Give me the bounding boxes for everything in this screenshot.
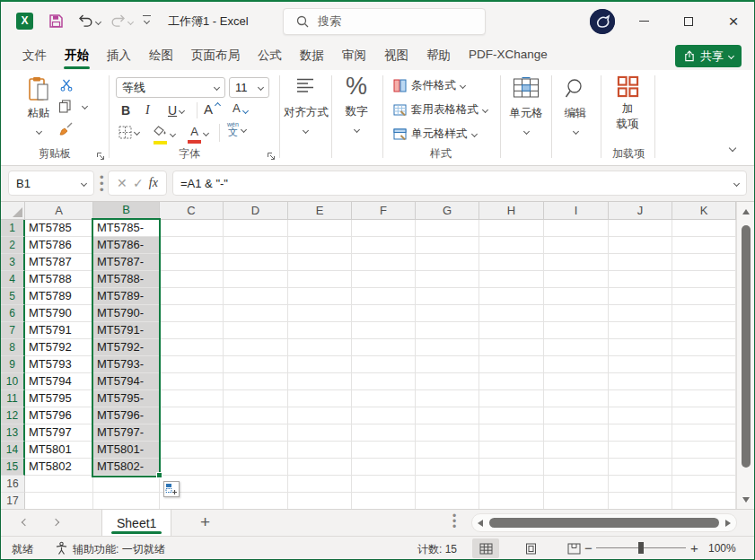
cell-B17[interactable]	[93, 493, 160, 510]
row-header-9[interactable]: 9	[1, 356, 25, 373]
enter-formula-icon[interactable]: ✓	[133, 176, 144, 190]
normal-view-button[interactable]	[472, 538, 499, 558]
cell-E13[interactable]	[288, 424, 352, 442]
cell-J16[interactable]	[609, 476, 672, 493]
cell-A17[interactable]	[25, 493, 93, 510]
cell-F11[interactable]	[352, 390, 416, 407]
cell-D9[interactable]	[224, 356, 288, 373]
cell-B5[interactable]: MT5789-	[93, 288, 160, 305]
tab-数据[interactable]: 数据	[291, 42, 333, 69]
row-header-11[interactable]: 11	[1, 390, 25, 407]
cell-K7[interactable]	[672, 322, 736, 339]
cell-J1[interactable]	[609, 220, 672, 237]
cell-I10[interactable]	[544, 373, 609, 390]
cell-B15[interactable]: MT5802-	[93, 459, 160, 476]
cell-C3[interactable]	[160, 254, 224, 271]
cell-D5[interactable]	[224, 288, 288, 305]
cell-J13[interactable]	[609, 424, 672, 442]
cell-G12[interactable]	[416, 407, 479, 424]
cell-K13[interactable]	[672, 424, 736, 442]
cell-K9[interactable]	[672, 356, 736, 373]
cell-G8[interactable]	[416, 339, 479, 356]
paste-button[interactable]: 粘贴	[21, 76, 57, 137]
cell-H14[interactable]	[479, 442, 544, 459]
cell-A6[interactable]: MT5790	[25, 305, 93, 322]
next-sheet-icon[interactable]	[52, 519, 59, 526]
cell-C5[interactable]	[160, 288, 224, 305]
cell-E3[interactable]	[288, 254, 352, 271]
cell-G16[interactable]	[416, 476, 479, 493]
cell-G10[interactable]	[416, 373, 479, 390]
font-size-select[interactable]: 11	[229, 77, 269, 98]
cell-J9[interactable]	[609, 356, 672, 373]
cell-B1[interactable]: MT5785-	[93, 220, 160, 237]
row-header-2[interactable]: 2	[1, 237, 25, 254]
undo-icon[interactable]	[78, 13, 93, 28]
tab-PDF-XChange[interactable]: PDF-XChange	[460, 42, 557, 69]
row-header-13[interactable]: 13	[1, 424, 25, 442]
cell-D3[interactable]	[224, 254, 288, 271]
cell-E9[interactable]	[288, 356, 352, 373]
row-header-17[interactable]: 17	[1, 493, 25, 510]
cell-G17[interactable]	[416, 493, 479, 510]
row-header-4[interactable]: 4	[1, 271, 25, 288]
cell-E11[interactable]	[288, 390, 352, 407]
cell-H16[interactable]	[479, 476, 544, 493]
cell-H1[interactable]	[479, 220, 544, 237]
cell-A12[interactable]: MT5796	[25, 407, 93, 424]
row-header-15[interactable]: 15	[1, 459, 25, 476]
cell-J5[interactable]	[609, 288, 672, 305]
conditional-formatting-button[interactable]: 条件格式	[393, 78, 465, 93]
cell-F3[interactable]	[352, 254, 416, 271]
cell-G4[interactable]	[416, 271, 479, 288]
cell-G9[interactable]	[416, 356, 479, 373]
cancel-formula-icon[interactable]: ✕	[117, 176, 127, 190]
cell-D15[interactable]	[224, 459, 288, 476]
cell-H2[interactable]	[479, 237, 544, 254]
cell-G13[interactable]	[416, 424, 479, 442]
cell-I8[interactable]	[544, 339, 609, 356]
cell-C2[interactable]	[160, 237, 224, 254]
cut-button[interactable]	[60, 79, 73, 92]
format-painter-button[interactable]	[58, 122, 74, 136]
cell-F5[interactable]	[352, 288, 416, 305]
fill-handle[interactable]	[156, 472, 162, 478]
account-avatar[interactable]	[590, 9, 615, 34]
insert-function-icon[interactable]: fx	[149, 176, 158, 190]
cell-J6[interactable]	[609, 305, 672, 322]
cell-D8[interactable]	[224, 339, 288, 356]
zoom-slider-thumb[interactable]	[638, 542, 644, 554]
cell-H17[interactable]	[479, 493, 544, 510]
tab-审阅[interactable]: 审阅	[333, 42, 375, 69]
column-header-K[interactable]: K	[672, 202, 736, 220]
sheet-tab-active[interactable]: Sheet1	[101, 510, 171, 536]
cell-D2[interactable]	[224, 237, 288, 254]
editing-button[interactable]: 编辑	[555, 77, 596, 137]
cell-A13[interactable]: MT5797	[25, 424, 93, 442]
quick-access-toolbar-icon[interactable]	[143, 15, 151, 23]
addins-button[interactable]: 加 载项	[604, 75, 651, 132]
cell-C15[interactable]	[160, 459, 224, 476]
cell-G2[interactable]	[416, 237, 479, 254]
cell-J2[interactable]	[609, 237, 672, 254]
formula-bar-splitter[interactable]: •••	[100, 174, 104, 193]
row-header-12[interactable]: 12	[1, 407, 25, 424]
cell-C8[interactable]	[160, 339, 224, 356]
cell-A1[interactable]: MT5785	[25, 220, 93, 237]
cell-K17[interactable]	[672, 493, 736, 510]
cell-F4[interactable]	[352, 271, 416, 288]
cell-J8[interactable]	[609, 339, 672, 356]
cell-D11[interactable]	[224, 390, 288, 407]
cell-H13[interactable]	[479, 424, 544, 442]
cell-B14[interactable]: MT5801-	[93, 442, 160, 459]
zoom-level[interactable]: 100%	[708, 542, 736, 555]
scroll-up-icon[interactable]	[742, 209, 750, 214]
cell-B6[interactable]: MT5790-	[93, 305, 160, 322]
column-header-D[interactable]: D	[224, 202, 288, 220]
cell-D10[interactable]	[224, 373, 288, 390]
cell-K8[interactable]	[672, 339, 736, 356]
tab-绘图[interactable]: 绘图	[140, 42, 182, 69]
column-header-B[interactable]: B	[93, 202, 160, 220]
row-header-6[interactable]: 6	[1, 305, 25, 322]
cell-F13[interactable]	[352, 424, 416, 442]
